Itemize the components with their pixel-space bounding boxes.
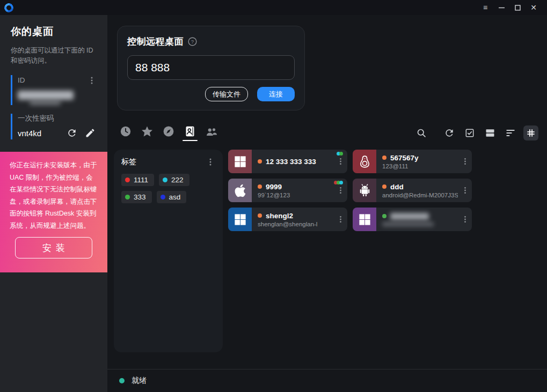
redacted-peer-name	[390, 213, 429, 220]
edit-password-icon[interactable]	[85, 128, 97, 139]
tag-pill[interactable]: 1111	[121, 174, 154, 186]
peer-subtitle: 123@111	[382, 163, 458, 169]
grid-view-icon[interactable]	[523, 125, 538, 140]
refresh-icon[interactable]	[442, 125, 457, 140]
peer-card[interactable]: shengl2 shenglan@shenglan-l	[228, 208, 347, 231]
peer-menu-button[interactable]	[458, 208, 472, 231]
tag-pill[interactable]: asd	[157, 191, 187, 203]
peer-subtitle: 99`12@123	[258, 192, 333, 198]
tag-pill[interactable]: 222	[159, 174, 189, 186]
install-button[interactable]: 安装	[15, 237, 92, 258]
peer-card[interactable]	[353, 208, 472, 231]
status-dot	[382, 156, 386, 160]
tag-color-dot	[161, 195, 165, 199]
tab-recent-sessions[interactable]	[119, 125, 132, 141]
peer-grid: 12 333 333 333 567567y	[228, 150, 541, 369]
status-dot	[258, 184, 262, 189]
list-view-icon[interactable]	[503, 125, 518, 140]
redacted-id-value-tail	[30, 101, 61, 105]
maximize-button[interactable]	[509, 0, 526, 15]
status-dot	[258, 213, 262, 218]
status-dot	[382, 214, 386, 218]
redacted-id-value	[18, 91, 74, 100]
titlebar: ≡ ✕	[0, 0, 547, 15]
apple-os-icon	[228, 179, 252, 202]
tags-panel: 标签 1111 222 333 asd	[114, 150, 223, 352]
hamburger-menu-icon[interactable]: ≡	[477, 0, 493, 15]
transfer-file-button[interactable]: 传输文件	[205, 87, 248, 101]
tag-color-dot	[125, 195, 130, 199]
warning-text: 你正在运行未安装版本，由于 UAC 限制，作为被控端，会在某些情况下无法控制鼠标…	[10, 159, 98, 232]
connection-status-dot	[119, 378, 125, 383]
search-icon[interactable]	[414, 125, 429, 140]
tab-address-book[interactable]	[184, 125, 196, 141]
password-value: vnt4kd	[18, 129, 60, 138]
connect-button[interactable]: 连接	[257, 87, 295, 101]
tag-pill[interactable]: 333	[121, 191, 152, 203]
id-label: ID	[18, 76, 25, 84]
tags-menu-button[interactable]	[206, 157, 215, 167]
status-dot	[382, 184, 386, 189]
peer-menu-button[interactable]	[458, 150, 472, 173]
password-label: 一次性密码	[18, 114, 54, 123]
minimize-button[interactable]	[493, 0, 509, 15]
tags-header: 标签	[121, 157, 206, 167]
peer-name: 567567y	[390, 154, 419, 162]
peer-tag-dots	[338, 152, 343, 156]
tab-discovered[interactable]	[162, 125, 175, 141]
redacted-peer-subtitle	[382, 222, 434, 226]
status-text: 就绪	[132, 376, 147, 386]
peer-subtitle: android@Redmi-M2007J3SC	[382, 192, 458, 198]
android-os-icon	[353, 179, 376, 202]
status-dot	[258, 159, 262, 164]
install-warning-banner: 你正在运行未安装版本，由于 UAC 限制，作为被控端，会在某些情况下无法控制鼠标…	[0, 152, 107, 272]
peer-card[interactable]: 567567y 123@111	[353, 150, 472, 173]
peer-name: shengl2	[266, 212, 293, 220]
statusbar: 就绪	[107, 369, 547, 392]
sidebar: 你的桌面 你的桌面可以通过下面的 ID 和密码访问。 ID 一次性密码	[0, 15, 107, 392]
tag-color-dot	[125, 177, 130, 182]
rustdesk-logo-icon	[3, 1, 15, 13]
peer-name: ddd	[390, 183, 404, 191]
regenerate-password-icon[interactable]	[67, 128, 78, 139]
id-field: ID	[11, 75, 97, 105]
linux-os-icon	[353, 150, 376, 173]
peer-card[interactable]: 9999 99`12@123	[228, 179, 347, 202]
control-remote-card: 控制远程桌面 ? 传输文件 连接	[117, 26, 305, 110]
peer-menu-button[interactable]	[333, 208, 347, 231]
tab-group[interactable]	[205, 125, 218, 141]
select-checkbox-icon[interactable]	[462, 125, 477, 140]
control-remote-title: 控制远程桌面	[127, 35, 184, 48]
peer-toolbar	[107, 123, 547, 143]
tab-favorites[interactable]	[141, 125, 154, 141]
windows-os-icon	[228, 208, 252, 231]
main-area: 控制远程桌面 ? 传输文件 连接	[107, 15, 547, 392]
peer-subtitle: shenglan@shenglan-l	[258, 221, 333, 227]
app-window: ≡ ✕ 你的桌面 你的桌面可以通过下面的 ID 和密码访问。 ID	[0, 0, 547, 392]
svg-text:?: ?	[191, 39, 194, 45]
help-icon[interactable]: ?	[188, 37, 197, 46]
peer-card[interactable]: ddd android@Redmi-M2007J3SC	[353, 179, 472, 202]
windows-os-icon	[228, 150, 252, 173]
peer-name: 9999	[266, 183, 282, 191]
peer-name: 12 333 333 333	[266, 158, 316, 166]
peer-menu-button[interactable]	[458, 179, 472, 202]
sidebar-description: 你的桌面可以通过下面的 ID 和密码访问。	[11, 46, 97, 66]
peer-tag-dots	[335, 181, 343, 184]
id-menu-button[interactable]	[87, 75, 97, 86]
close-button[interactable]: ✕	[526, 0, 542, 15]
peer-content: 标签 1111 222 333 asd	[107, 143, 547, 369]
tile-view-icon[interactable]	[483, 125, 498, 140]
remote-id-input[interactable]	[127, 55, 295, 80]
peer-card[interactable]: 12 333 333 333	[228, 150, 347, 173]
tag-color-dot	[163, 177, 167, 182]
windows-os-icon	[353, 208, 376, 231]
password-field: 一次性密码 vnt4kd	[11, 114, 97, 139]
sidebar-title: 你的桌面	[11, 25, 97, 39]
